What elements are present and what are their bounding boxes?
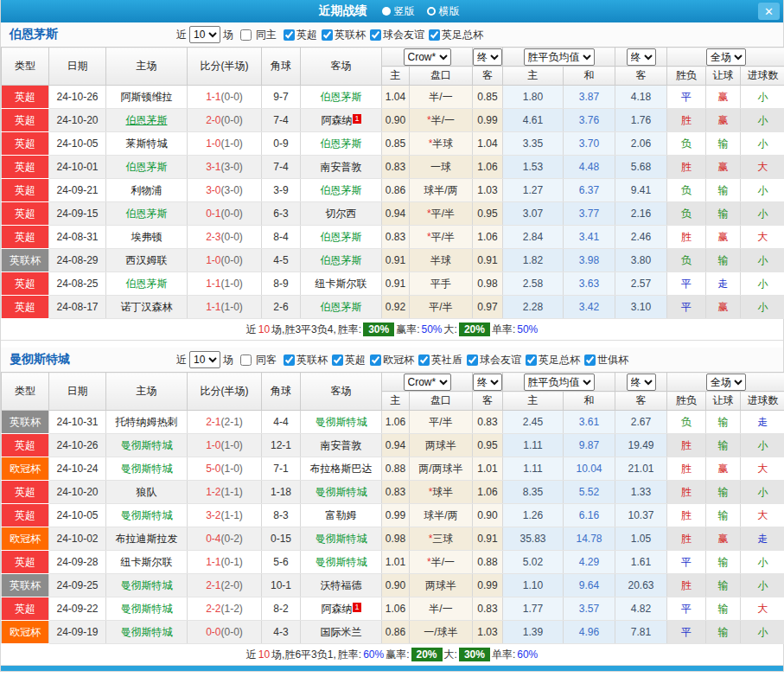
league-badge: 欧冠杯 <box>2 457 49 481</box>
sub-header-avg-draw: 和 <box>564 392 615 411</box>
opponent-team-label: 布拉格斯巴达 <box>310 463 373 475</box>
league-filter-0[interactable]: 英联杯 <box>279 353 328 367</box>
league-checkbox-1[interactable] <box>332 354 343 366</box>
focus-team-link[interactable]: 伯恩茅斯 <box>321 184 362 196</box>
table-row: 英超24-10-20狼队1-2(1-1)1-18曼彻斯特城0.83*球半1.06… <box>2 481 784 504</box>
league-filter-0[interactable]: 英超 <box>279 28 317 42</box>
same-venue-option[interactable]: 同客 <box>236 353 279 367</box>
focus-team-link[interactable]: 伯恩茅斯 <box>126 208 168 220</box>
handicap-cell: 两球半 <box>410 574 473 597</box>
avg-draw-cell: 9.87 <box>564 434 615 457</box>
focus-team-link[interactable]: 曼彻斯特城 <box>121 626 173 638</box>
league-filter-2[interactable]: 球会友谊 <box>366 28 424 42</box>
avg-draw-cell: 3.61 <box>564 411 615 434</box>
summary-count: 10 <box>258 323 270 335</box>
fulltime-score: 1-0 <box>206 439 220 451</box>
odds-final-select[interactable]: 终 <box>473 48 502 66</box>
league-checkbox-0[interactable] <box>284 354 295 366</box>
league-filter-2[interactable]: 欧冠杯 <box>366 353 414 367</box>
focus-team-link[interactable]: 伯恩茅斯 <box>321 231 362 243</box>
avg-source-select[interactable]: 胜平负均值 <box>524 48 595 66</box>
focus-team-link[interactable]: 伯恩茅斯 <box>126 278 168 290</box>
corner-cell: 0-15 <box>262 527 301 551</box>
home-team-cell: 狼队 <box>106 481 188 504</box>
league-checkbox-3[interactable] <box>418 354 430 366</box>
same-venue-option[interactable]: 同主 <box>236 28 279 42</box>
odds-source-select[interactable]: Crow* <box>404 374 451 391</box>
league-filter-4[interactable]: 球会友谊 <box>462 353 521 367</box>
odds-home-cell: 0.88 <box>382 457 410 481</box>
league-filter-3[interactable]: 英社盾 <box>414 353 462 367</box>
league-filter-3[interactable]: 英足总杯 <box>424 28 483 42</box>
avg-source-select[interactable]: 胜平负均值 <box>524 374 595 391</box>
league-checkbox-1[interactable] <box>322 29 333 41</box>
league-checkbox-0[interactable] <box>284 29 295 41</box>
away-team-cell: 伯恩茅斯 <box>301 86 382 109</box>
focus-team-link[interactable]: 曼彻斯特城 <box>121 603 173 615</box>
league-filter-5[interactable]: 英足总杯 <box>521 353 580 367</box>
focus-team-link[interactable]: 曼彻斯特城 <box>316 533 367 545</box>
league-checkbox-4[interactable] <box>467 354 478 366</box>
handicap-result-cell: 赢 <box>706 296 741 319</box>
layout-radio-vertical[interactable]: 竖版 <box>382 4 415 19</box>
score-cell: 2-1(2-0) <box>188 574 262 597</box>
league-filter-6[interactable]: 世俱杯 <box>580 353 628 367</box>
odds-final-select[interactable]: 终 <box>473 374 502 391</box>
handicap-label: 半/一 <box>429 91 452 103</box>
opponent-team-label: 阿斯顿维拉 <box>121 91 173 103</box>
result-cell: 平 <box>667 621 706 644</box>
titlebar: 近期战绩 竖版 横版 ✕ <box>1 0 783 22</box>
handicap-result-cell: 赢 <box>706 226 741 249</box>
focus-team-link[interactable]: 伯恩茅斯 <box>321 91 362 103</box>
same-venue-checkbox[interactable] <box>240 29 252 41</box>
league-checkbox-6[interactable] <box>584 354 596 366</box>
close-button[interactable]: ✕ <box>758 3 780 20</box>
score-cell: 2-2(1-2) <box>188 597 262 621</box>
scope-select[interactable]: 全场 <box>706 48 746 66</box>
league-badge: 英联杯 <box>2 249 49 272</box>
same-venue-checkbox[interactable] <box>240 354 252 366</box>
layout-radio-horizontal[interactable]: 横版 <box>427 4 460 19</box>
league-checkbox-3[interactable] <box>429 29 440 41</box>
league-checkbox-2[interactable] <box>370 29 381 41</box>
odds-source-select[interactable]: Crow* <box>404 48 451 66</box>
scope-select[interactable]: 全场 <box>706 374 746 391</box>
avg-final-select[interactable]: 终 <box>627 374 656 391</box>
home-team-cell: 纽卡斯尔联 <box>106 551 188 574</box>
odds-home-cell: 0.83 <box>382 226 410 249</box>
handicap-result-cell: 输 <box>706 132 741 156</box>
odds-home-cell: 0.83 <box>382 481 410 504</box>
focus-team-link[interactable]: 曼彻斯特城 <box>121 439 173 451</box>
focus-team-link[interactable]: 伯恩茅斯 <box>126 161 168 173</box>
away-team-cell: 南安普敦 <box>301 434 382 457</box>
sub-header-avg-home: 主 <box>503 392 564 411</box>
focus-team-link[interactable]: 曼彻斯特城 <box>316 416 367 428</box>
odds-away-cell: 0.95 <box>473 434 503 457</box>
avg-home-cell: 4.61 <box>503 109 564 132</box>
games-count-select[interactable]: 10 <box>189 351 220 368</box>
league-checkbox-5[interactable] <box>526 354 537 366</box>
fulltime-score: 2-1 <box>206 579 220 591</box>
goals-cell: 小 <box>741 551 784 574</box>
filter-bar: 伯恩茅斯 近10场同主英超英联杯球会友谊英足总杯 <box>1 22 783 47</box>
corner-cell: 7-4 <box>262 156 301 179</box>
opponent-team-label: 布拉迪斯拉发 <box>116 533 178 545</box>
focus-team-link[interactable]: 曼彻斯特城 <box>316 486 367 498</box>
games-count-select[interactable]: 10 <box>189 26 220 43</box>
focus-team-link[interactable]: 伯恩茅斯 <box>126 114 168 126</box>
league-filter-1[interactable]: 英超 <box>328 353 366 367</box>
handicap-label: 平/半 <box>429 416 452 428</box>
avg-draw-cell: 4.29 <box>564 551 615 574</box>
focus-team-link[interactable]: 曼彻斯特城 <box>121 579 173 591</box>
focus-team-link[interactable]: 伯恩茅斯 <box>321 137 362 150</box>
focus-team-link[interactable]: 曼彻斯特城 <box>121 509 173 521</box>
league-filter-1[interactable]: 英联杯 <box>317 28 366 42</box>
focus-team-link[interactable]: 伯恩茅斯 <box>321 301 362 313</box>
league-checkbox-2[interactable] <box>370 354 381 366</box>
focus-team-link[interactable]: 曼彻斯特城 <box>316 556 367 568</box>
halftime-score: (3-0) <box>221 161 243 173</box>
focus-team-link[interactable]: 伯恩茅斯 <box>321 254 362 266</box>
avg-final-select[interactable]: 终 <box>627 48 656 66</box>
handicap-cell: *球半 <box>410 481 473 504</box>
focus-team-link[interactable]: 曼彻斯特城 <box>121 463 173 475</box>
